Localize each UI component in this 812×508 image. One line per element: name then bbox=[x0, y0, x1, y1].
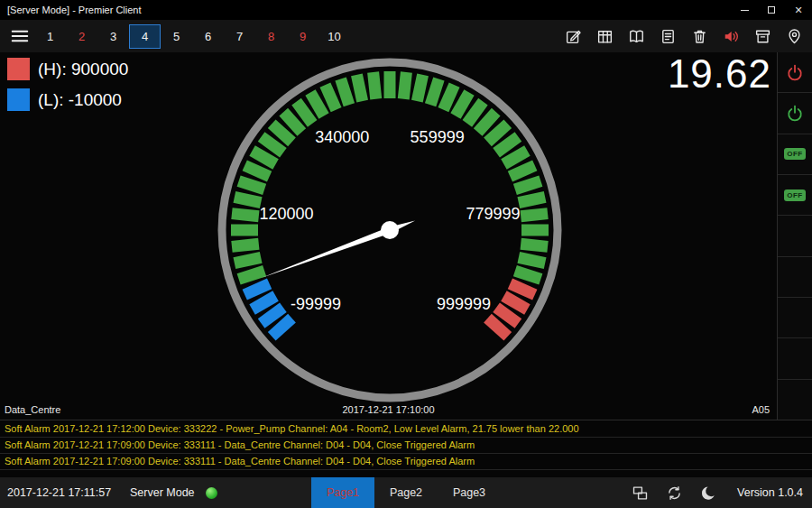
power-icon bbox=[786, 63, 804, 81]
alarm-row[interactable]: Soft Alarm 2017-12-21 17:09:00 Device: 3… bbox=[0, 454, 812, 470]
window-title: [Server Mode] - Premier Client bbox=[0, 5, 142, 15]
high-alarm-swatch bbox=[7, 58, 30, 80]
window-controls: ✕ bbox=[731, 0, 812, 20]
sidebar-empty-slot bbox=[778, 216, 812, 256]
moon-icon[interactable] bbox=[700, 485, 717, 502]
page-button-1[interactable]: 1 bbox=[34, 24, 66, 49]
alarm-row[interactable]: Soft Alarm 2017-12-21 17:09:00 Device: 3… bbox=[0, 438, 812, 454]
gauge-hub bbox=[381, 221, 399, 239]
low-alarm-label: (L): -10000 bbox=[38, 90, 122, 110]
page-button-4[interactable]: 4 bbox=[129, 24, 161, 49]
sidebar-empty-slot bbox=[778, 298, 812, 338]
current-time: 2017-12-21 17:11:57 bbox=[0, 486, 119, 499]
main-panel: (H): 900000 (L): -10000 19.62 -999991200… bbox=[0, 52, 777, 420]
alarm-row[interactable]: Soft Alarm 2017-12-21 17:12:00 Device: 3… bbox=[0, 421, 812, 438]
statusbar-right: Version 1.0.4 bbox=[632, 485, 812, 502]
sidebar-empty-slot bbox=[778, 380, 812, 420]
current-value-display: 19.62 bbox=[668, 54, 771, 94]
tab-page2[interactable]: Page2 bbox=[374, 477, 438, 508]
grid-icon[interactable] bbox=[596, 28, 614, 45]
sidebar-empty-slot bbox=[778, 338, 812, 379]
page-selector: 12345678910 bbox=[34, 24, 350, 49]
channel-label: A05 bbox=[752, 404, 770, 415]
toggle-off-icon: OFF bbox=[784, 148, 806, 160]
status-dot bbox=[206, 487, 217, 499]
switch-1-off-button[interactable]: OFF bbox=[778, 134, 812, 175]
svg-text:779999: 779999 bbox=[466, 205, 521, 223]
edit-icon[interactable] bbox=[565, 28, 582, 45]
reading-timestamp: 2017-12-21 17:10:00 bbox=[0, 404, 777, 415]
low-alarm-swatch bbox=[7, 88, 30, 111]
right-sidebar: OFFOFF bbox=[777, 52, 812, 420]
maximize-icon bbox=[768, 6, 775, 14]
page-button-7[interactable]: 7 bbox=[224, 24, 255, 49]
svg-text:120000: 120000 bbox=[259, 205, 313, 223]
legend-high-row: (H): 900000 bbox=[7, 58, 128, 80]
gauge-footer: Data_Centre 2017-12-21 17:10:00 A05 bbox=[0, 404, 777, 418]
tab-page1[interactable]: Page1 bbox=[311, 477, 374, 508]
page-button-10[interactable]: 10 bbox=[318, 24, 350, 49]
close-icon: ✕ bbox=[794, 5, 802, 16]
app-window: [Server Mode] - Premier Client ✕ 1234567… bbox=[0, 0, 812, 508]
toggle-off-icon: OFF bbox=[784, 189, 806, 201]
maximize-button[interactable] bbox=[758, 0, 785, 20]
trash-icon[interactable] bbox=[691, 28, 708, 45]
svg-text:-99999: -99999 bbox=[291, 295, 341, 313]
menu-button[interactable] bbox=[9, 26, 31, 46]
location-icon[interactable] bbox=[786, 28, 803, 45]
page-button-6[interactable]: 6 bbox=[192, 24, 224, 49]
alarm-legend: (H): 900000 (L): -10000 bbox=[7, 58, 128, 119]
power-off-button[interactable] bbox=[778, 52, 812, 93]
layout-icon[interactable] bbox=[632, 485, 649, 502]
toolbar: 12345678910 bbox=[0, 20, 812, 52]
high-alarm-label: (H): 900000 bbox=[38, 60, 128, 79]
power-icon bbox=[786, 104, 804, 122]
svg-text:340000: 340000 bbox=[315, 128, 369, 146]
toolbar-icons bbox=[565, 28, 803, 45]
page-button-9[interactable]: 9 bbox=[287, 24, 318, 49]
minimize-button[interactable] bbox=[731, 0, 758, 20]
minimize-icon bbox=[741, 10, 749, 11]
tab-page3[interactable]: Page3 bbox=[438, 477, 501, 508]
gauge-labels: -99999120000340000559999779999999999 bbox=[259, 128, 520, 313]
note-icon[interactable] bbox=[660, 28, 677, 45]
page-button-2[interactable]: 2 bbox=[66, 24, 97, 49]
close-button[interactable]: ✕ bbox=[785, 0, 812, 20]
page-button-3[interactable]: 3 bbox=[97, 24, 129, 49]
sidebar-empty-slot bbox=[778, 257, 812, 298]
book-icon[interactable] bbox=[628, 28, 645, 45]
statusbar-icons-wrap bbox=[632, 485, 717, 502]
statusbar: 2017-12-21 17:11:57 Server Mode Page1Pag… bbox=[0, 477, 812, 508]
server-mode-label: Server Mode bbox=[130, 486, 195, 499]
speaker-icon[interactable] bbox=[723, 28, 740, 45]
page-button-5[interactable]: 5 bbox=[161, 24, 192, 49]
archive-icon[interactable] bbox=[754, 28, 771, 45]
version-label: Version 1.0.4 bbox=[737, 486, 803, 499]
statusbar-tabs: Page1Page2Page3 bbox=[311, 477, 501, 508]
legend-low-row: (L): -10000 bbox=[7, 88, 128, 111]
page-button-8[interactable]: 8 bbox=[255, 24, 287, 49]
gauge: -99999120000340000559999779999999999 bbox=[214, 54, 566, 406]
sync-icon[interactable] bbox=[666, 485, 683, 502]
titlebar: [Server Mode] - Premier Client ✕ bbox=[0, 0, 812, 20]
switch-2-off-button[interactable]: OFF bbox=[778, 175, 812, 216]
svg-text:999999: 999999 bbox=[437, 295, 491, 313]
svg-text:559999: 559999 bbox=[411, 128, 465, 146]
alarm-list: Soft Alarm 2017-12-21 17:12:00 Device: 3… bbox=[0, 421, 812, 470]
power-on-button[interactable] bbox=[778, 93, 812, 134]
